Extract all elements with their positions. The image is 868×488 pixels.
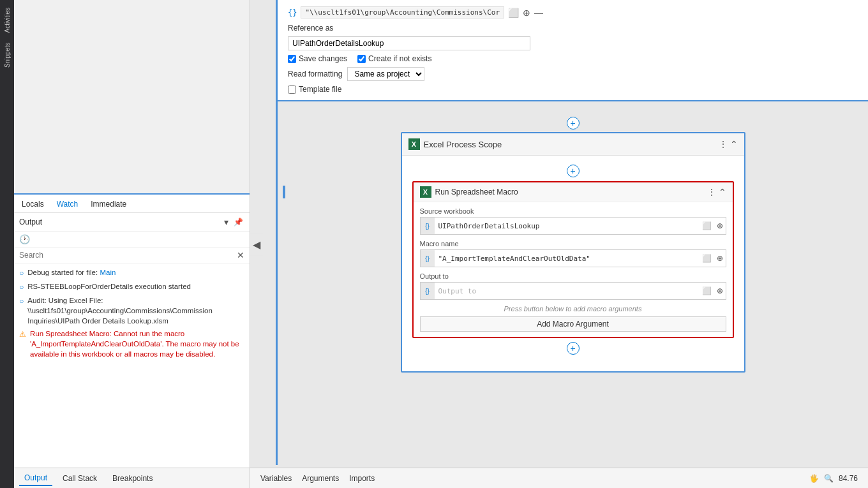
plus-connector-top: + bbox=[303, 114, 842, 132]
save-changes-checkbox[interactable] bbox=[288, 55, 296, 63]
macro-name-label: Macro name bbox=[420, 240, 726, 248]
macro-actions: ⋮ ⌃ bbox=[707, 187, 726, 197]
plus-btn-scope-bottom[interactable]: + bbox=[567, 342, 580, 355]
output-text-audit: Audit: Using Excel File: \\usclt1fs01\gr… bbox=[27, 295, 244, 326]
tab-arguments[interactable]: Arguments bbox=[302, 471, 339, 485]
warning-icon: ⚠ bbox=[19, 329, 26, 340]
tab-locals[interactable]: Locals bbox=[19, 197, 47, 212]
source-workbook-add-btn[interactable]: ⊕ bbox=[714, 220, 726, 232]
debug-search-bar: ✕ bbox=[14, 248, 250, 263]
scroll-left-btn[interactable]: ◀ bbox=[250, 233, 263, 255]
save-changes-label[interactable]: Save changes bbox=[288, 54, 347, 63]
search-input[interactable] bbox=[19, 251, 237, 260]
plus-btn-inner[interactable]: + bbox=[567, 165, 580, 177]
tab-output[interactable]: Output bbox=[19, 471, 52, 486]
tab-breakpoints[interactable]: Breakpoints bbox=[107, 471, 158, 485]
canvas-bottom-right: 🖐 🔍 84.76 bbox=[809, 474, 858, 483]
excel-scope-header: X Excel Process Scope ⋮ ⌃ bbox=[402, 133, 744, 156]
excel-scope-body: + X Run Spreadsheet Macro ⋮ bbox=[402, 156, 744, 364]
macro-name-row: {} "A_ImportTemplateAndClearOutOldData" … bbox=[420, 249, 726, 267]
scope-collapse-btn[interactable]: ⌃ bbox=[730, 139, 738, 149]
left-panel: Locals Watch Immediate Output ▾ 📌 🕐 ✕ ○ bbox=[14, 0, 250, 488]
source-workbook-label: Source workbook bbox=[420, 207, 726, 215]
left-sidebar: Activities Snippets bbox=[0, 0, 14, 488]
debug-output-label: Output bbox=[19, 218, 220, 226]
tab-immediate[interactable]: Immediate bbox=[88, 197, 129, 212]
output-highlight: Main bbox=[100, 269, 116, 276]
debug-tabs: Locals Watch Immediate bbox=[14, 195, 250, 213]
file-path-row: {} "\\usclt1fs01\group\Accounting\Commis… bbox=[288, 6, 858, 18]
create-if-not-exists-label[interactable]: Create if not exists bbox=[357, 54, 431, 63]
macro-name-value: "A_ImportTemplateAndClearOutOldData" bbox=[435, 252, 700, 265]
plus-btn-top[interactable]: + bbox=[567, 117, 580, 129]
read-formatting-row: Read formatting Same as project bbox=[288, 67, 858, 81]
debug-panel: Locals Watch Immediate Output ▾ 📌 🕐 ✕ ○ bbox=[14, 195, 250, 488]
template-file-label[interactable]: Template file bbox=[288, 85, 341, 94]
left-canvas-area bbox=[14, 0, 250, 195]
cursor-icon: 🖐 bbox=[809, 474, 819, 483]
output-to-value: Output to bbox=[435, 285, 700, 298]
macro-card-header: X Run Spreadsheet Macro ⋮ ⌃ bbox=[414, 182, 733, 202]
macro-hint: Press button below to add macro argument… bbox=[420, 305, 726, 313]
read-formatting-select[interactable]: Same as project bbox=[347, 67, 424, 81]
properties-panel: {} "\\usclt1fs01\group\Accounting\Commis… bbox=[278, 0, 868, 101]
macro-name-add-btn[interactable]: ⊕ bbox=[714, 253, 726, 264]
expand-btn[interactable]: ⬜ bbox=[508, 8, 519, 18]
macro-name-expand-btn[interactable]: ⬜ bbox=[700, 253, 714, 264]
canvas-area[interactable]: {} "\\usclt1fs01\group\Accounting\Commis… bbox=[278, 0, 868, 488]
debug-dropdown-btn[interactable]: ▾ bbox=[223, 216, 230, 228]
output-to-add-btn[interactable]: ⊕ bbox=[714, 285, 726, 297]
activities-tab[interactable]: Activities bbox=[3, 3, 12, 38]
scope-actions: ⋮ ⌃ bbox=[719, 139, 738, 149]
source-workbook-expand-btn[interactable]: ⬜ bbox=[700, 220, 714, 232]
reference-as-input-row bbox=[288, 36, 858, 50]
output-to-expand-btn[interactable]: ⬜ bbox=[700, 285, 714, 297]
tab-imports[interactable]: Imports bbox=[349, 471, 375, 485]
output-text-debug-start: Debug started for file: Main bbox=[27, 267, 116, 277]
scope-plus-inner: + bbox=[407, 161, 739, 181]
checkboxes-row: Save changes Create if not exists bbox=[288, 54, 858, 63]
right-area: ◀ {} "\\usclt1fs01\group\Accounting\Comm… bbox=[250, 0, 868, 488]
tab-variables[interactable]: Variables bbox=[260, 471, 292, 485]
macro-body: Source workbook {} UIPathOrderDetailsLoo… bbox=[414, 202, 733, 337]
debug-clock-row: 🕐 bbox=[14, 232, 250, 248]
output-to-icon: {} bbox=[421, 283, 435, 299]
tab-call-stack[interactable]: Call Stack bbox=[57, 471, 102, 485]
scope-plus-bottom: + bbox=[407, 338, 739, 359]
info-icon: ○ bbox=[19, 268, 24, 279]
tab-watch[interactable]: Watch bbox=[54, 197, 81, 212]
blue-border-line bbox=[276, 0, 278, 465]
snippets-tab[interactable]: Snippets bbox=[3, 38, 12, 73]
output-item-error: ⚠ Run Spreadsheet Macro: Cannot run the … bbox=[19, 327, 244, 360]
info-icon-2: ○ bbox=[19, 282, 24, 293]
reference-as-label: Reference as bbox=[288, 24, 333, 33]
search-clear-btn[interactable]: ✕ bbox=[237, 250, 244, 260]
excel-scope-icon: X bbox=[408, 138, 420, 150]
macro-name-icon: {} bbox=[421, 250, 435, 267]
macro-more-btn[interactable]: ⋮ bbox=[707, 187, 716, 197]
macro-indicator bbox=[283, 186, 285, 198]
output-text-error: Run Spreadsheet Macro: Cannot run the ma… bbox=[30, 329, 244, 359]
reference-as-row: Reference as bbox=[288, 24, 858, 33]
output-to-label: Output to bbox=[420, 272, 726, 280]
add-macro-argument-btn[interactable]: Add Macro Argument bbox=[420, 316, 726, 332]
macro-title: Run Spreadsheet Macro bbox=[435, 188, 703, 196]
info-icon-3: ○ bbox=[19, 296, 24, 307]
scope-more-btn[interactable]: ⋮ bbox=[719, 139, 728, 149]
output-to-row: {} Output to ⬜ ⊕ bbox=[420, 282, 726, 300]
macro-excel-icon: X bbox=[420, 186, 431, 198]
debug-output-area: ○ Debug started for file: Main ○ RS-STEE… bbox=[14, 263, 250, 468]
macro-collapse-btn[interactable]: ⌃ bbox=[719, 187, 726, 197]
add-btn[interactable]: ⊕ bbox=[523, 8, 530, 18]
collapse-btn[interactable]: — bbox=[534, 8, 543, 18]
excel-process-scope: X Excel Process Scope ⋮ ⌃ + bbox=[401, 132, 745, 373]
debug-pin-btn[interactable]: 📌 bbox=[232, 216, 244, 228]
zoom-level: 84.76 bbox=[839, 474, 858, 483]
curly-braces-icon: {} bbox=[288, 8, 297, 17]
error-text: Run Spreadsheet Macro: Cannot run the ma… bbox=[30, 330, 239, 358]
reference-as-input[interactable] bbox=[288, 36, 530, 50]
create-if-not-exists-checkbox[interactable] bbox=[357, 55, 366, 63]
output-item-audit: ○ Audit: Using Excel File: \\usclt1fs01\… bbox=[19, 294, 244, 327]
output-item-debug-start: ○ Debug started for file: Main bbox=[19, 266, 244, 280]
template-file-checkbox[interactable] bbox=[288, 85, 296, 94]
